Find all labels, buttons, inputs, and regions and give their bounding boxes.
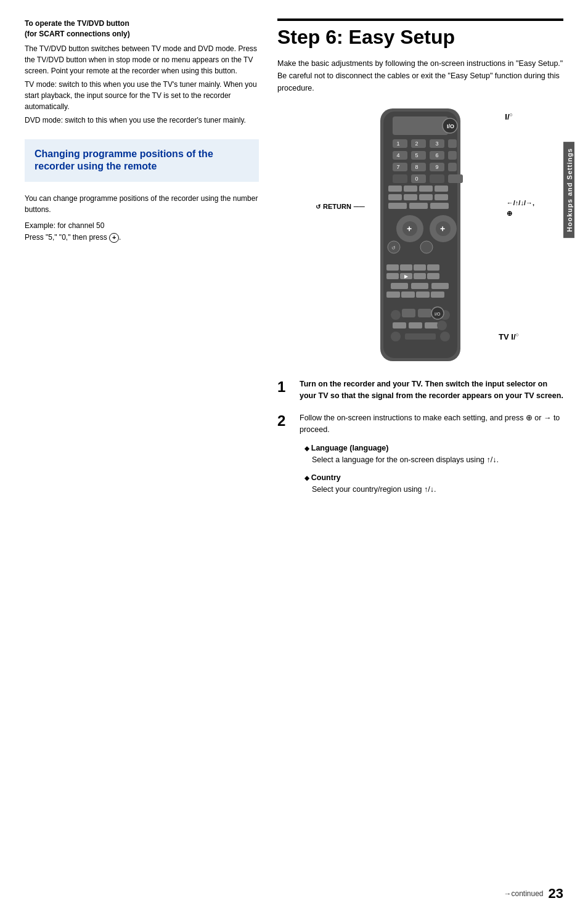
circle-plus-icon: + [109,233,119,243]
step-1-number: 1 [277,380,292,394]
svg-rect-32 [404,186,417,192]
svg-rect-69 [402,309,415,317]
svg-text:+: + [407,224,412,234]
tv-dvd-section: To operate the TV/DVD button (for SCART … [25,18,259,126]
svg-text:1: 1 [396,141,399,147]
step-1: 1 Turn on the recorder and your TV. Then… [277,378,563,402]
bullet-language-title: Language (language) [304,443,563,454]
svg-rect-54 [427,264,439,271]
svg-point-77 [391,332,401,341]
step-2-number: 2 [277,414,292,428]
changing-prog-heading: Changing programme positions of the reco… [35,148,249,174]
svg-rect-60 [391,283,408,289]
svg-rect-33 [419,186,433,192]
bullet-language: Language (language) Select a language fo… [304,443,563,466]
svg-rect-2 [393,116,448,135]
svg-rect-53 [414,264,426,271]
svg-rect-38 [435,194,448,200]
svg-text:5: 5 [415,152,418,158]
svg-text:7: 7 [396,164,399,170]
step-2: 2 Follow the on-screen instructions to m… [277,412,563,496]
example-line2: Press "5," "0," then press +. [25,232,259,243]
svg-text:2: 2 [415,141,418,147]
svg-rect-35 [388,194,402,200]
changing-prog-example: Example: for channel 50 Press "5," "0," … [25,220,259,243]
svg-text:↺: ↺ [391,245,396,251]
main-layout: To operate the TV/DVD button (for SCART … [25,18,563,505]
svg-rect-31 [388,186,402,192]
svg-rect-18 [448,151,457,160]
svg-text:I/O: I/O [447,123,454,129]
svg-rect-40 [409,203,428,209]
svg-text:▶: ▶ [404,274,409,279]
page-footer: →continued 23 [504,886,563,902]
svg-rect-34 [435,186,448,192]
svg-rect-55 [386,273,399,279]
svg-point-50 [420,241,433,253]
svg-rect-5 [393,139,407,148]
step-1-content: Turn on the recorder and your TV. Then s… [300,378,563,402]
svg-point-78 [440,332,450,341]
svg-rect-63 [386,292,400,298]
tv-power-label: TV I/○ [499,332,519,341]
svg-rect-11 [448,139,457,148]
svg-rect-19 [393,163,407,171]
svg-rect-7 [411,139,426,148]
svg-text:+: + [440,224,445,234]
svg-text:6: 6 [435,152,438,158]
remote-svg: ↺ RETURN —— I/○ ←/↑/↓/→, ⊕ TV I/○ [365,105,476,366]
svg-rect-70 [418,309,431,317]
arrows-label: ←/↑/↓/→, ⊕ [507,198,534,219]
svg-rect-21 [411,163,426,171]
power-label: I/○ [505,112,513,121]
sidebar-tab: Hookups and Settings [563,142,574,238]
svg-rect-75 [425,322,438,328]
tv-dvd-para-1: The TV/DVD button switches between TV mo… [25,43,259,76]
svg-rect-73 [393,322,406,328]
svg-text:0: 0 [415,176,418,182]
svg-text:I/O: I/O [435,312,441,316]
svg-rect-26 [393,174,407,183]
changing-programme-box: Changing programme positions of the reco… [25,139,259,182]
page-container: To operate the TV/DVD button (for SCART … [0,0,588,914]
svg-rect-29 [430,174,444,183]
svg-rect-14 [411,151,426,160]
svg-rect-39 [388,203,407,209]
step6-title: Step 6: Easy Setup [277,26,563,49]
continued-text: →continued [504,889,543,898]
changing-prog-desc: You can change programme positions of th… [25,193,259,215]
tv-dvd-para-3: DVD mode: switch to this when you use th… [25,115,259,126]
svg-rect-27 [411,174,426,183]
bullet-country: Country Select your country/region using… [304,472,563,496]
svg-rect-37 [419,194,433,200]
svg-rect-61 [411,283,428,289]
svg-rect-74 [409,322,422,328]
step-2-content: Follow the on-screen instructions to mak… [300,412,563,496]
svg-rect-25 [448,163,457,171]
svg-text:4: 4 [396,152,399,158]
bullet-country-desc: Select your country/region using ↑/↓. [312,484,563,496]
svg-rect-59 [427,273,439,279]
step-1-text: Turn on the recorder and your TV. Then s… [300,380,563,400]
example-line1: Example: for channel 50 [25,220,259,232]
svg-rect-41 [430,203,449,209]
svg-point-67 [391,310,401,320]
svg-rect-62 [431,283,449,289]
svg-rect-12 [393,151,407,160]
svg-rect-65 [416,292,430,298]
page-number: 23 [549,886,563,902]
svg-text:8: 8 [415,164,418,170]
step6-intro: Make the basic adjustments by following … [277,57,563,94]
bullet-language-desc: Select a language for the on-screen disp… [312,454,563,466]
remote-illustration: I/O 1 2 3 4 5 [365,105,476,364]
remote-container: ↺ RETURN —— I/○ ←/↑/↓/→, ⊕ TV I/○ [277,105,563,366]
left-column: To operate the TV/DVD button (for SCART … [25,18,259,505]
steps-container: 1 Turn on the recorder and your TV. Then… [277,378,563,496]
svg-rect-79 [405,333,436,340]
tv-dvd-heading: To operate the TV/DVD button (for SCART … [25,18,259,39]
step6-header: Step 6: Easy Setup [277,18,563,49]
svg-rect-30 [448,174,463,183]
return-label: ↺ RETURN —— [316,203,365,210]
svg-rect-36 [404,194,417,200]
bullet-country-title: Country [304,472,563,484]
